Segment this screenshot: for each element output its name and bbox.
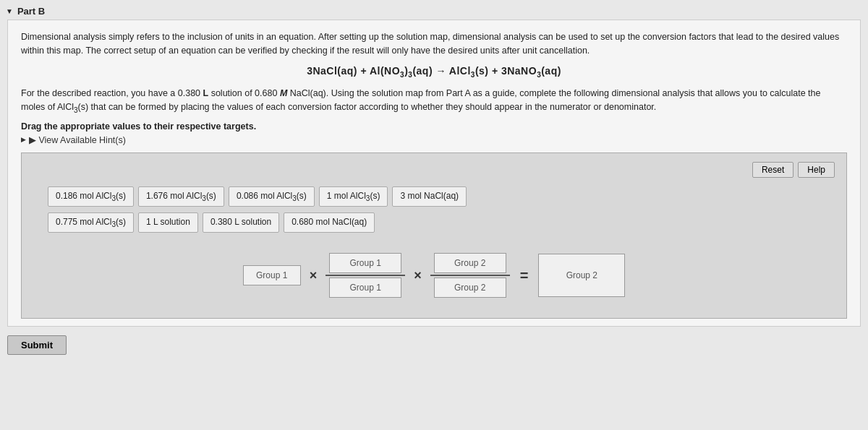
group1-divider (326, 275, 405, 276)
group1-denominator-slot[interactable]: Group 1 (329, 278, 401, 298)
group2-numerator-label: Group 2 (454, 258, 485, 268)
reset-button[interactable]: Reset (752, 162, 793, 178)
part-label: Part B (17, 6, 45, 17)
left-group-label: Group 1 (256, 270, 287, 280)
operator-2: × (414, 268, 422, 283)
result-group: Group 2 (538, 254, 625, 297)
instruction-text: For the described reaction, you have a 0… (21, 87, 847, 115)
drag-instruction: Drag the appropriate values to their res… (21, 121, 847, 132)
result-slot[interactable]: Group 2 (538, 254, 625, 297)
equals-sign: = (520, 267, 529, 284)
equation-area: Group 1 × Group 1 Group 1 × (33, 246, 835, 305)
tile-3mol-nacl[interactable]: 3 mol NaCl(aq) (392, 186, 467, 207)
interactive-box: Reset Help 0.186 mol AlCl3(s) 1.676 mol … (21, 152, 847, 319)
tile-1mol-alcl3[interactable]: 1 mol AlCl3(s) (319, 186, 388, 207)
hint-link[interactable]: ▶ ▶ View Available Hint(s) (21, 134, 847, 145)
tiles-row-1: 0.186 mol AlCl3(s) 1.676 mol AlCl3(s) 0.… (33, 186, 835, 207)
part-header: ▼ Part B (0, 0, 868, 20)
hint-label-text: ▶ View Available Hint(s) (29, 134, 126, 145)
result-label: Group 2 (566, 270, 597, 280)
group2-fraction: Group 2 Group 2 (430, 253, 510, 298)
content-area: Dimensional analysis simply refers to th… (7, 20, 861, 327)
tile-1L-solution[interactable]: 1 L solution (138, 212, 198, 233)
tile-0775-alcl3[interactable]: 0.775 mol AlCl3(s) (48, 212, 134, 233)
group2-divider (430, 275, 510, 276)
description-text: Dimensional analysis simply refers to th… (21, 30, 847, 58)
left-single-group: Group 1 (243, 265, 301, 285)
help-button[interactable]: Help (798, 162, 835, 178)
tile-0086-alcl3[interactable]: 0.086 mol AlCl3(s) (229, 186, 315, 207)
group1-fraction: Group 1 Group 1 (326, 253, 405, 298)
group2-denominator-slot[interactable]: Group 2 (434, 278, 506, 298)
collapse-icon[interactable]: ▼ (6, 7, 13, 15)
top-buttons: Reset Help (33, 162, 835, 178)
group1-denominator-label: Group 1 (349, 283, 380, 293)
page-container: ▼ Part B Dimensional analysis simply ref… (0, 0, 868, 359)
submit-button[interactable]: Submit (7, 335, 67, 355)
group2-denominator-label: Group 2 (454, 283, 485, 293)
left-group-slot[interactable]: Group 1 (243, 265, 301, 285)
tile-1676-alcl3[interactable]: 1.676 mol AlCl3(s) (138, 186, 224, 207)
operator-1: × (310, 268, 318, 283)
tiles-row-2: 0.775 mol AlCl3(s) 1 L solution 0.380 L … (33, 212, 835, 233)
tile-0380L-solution[interactable]: 0.380 L solution (203, 212, 279, 233)
group2-numerator-slot[interactable]: Group 2 (434, 253, 506, 273)
tile-0680-nacl[interactable]: 0.680 mol NaCl(aq) (284, 212, 375, 233)
group1-numerator-label: Group 1 (349, 258, 380, 268)
tile-0186-alcl3[interactable]: 0.186 mol AlCl3(s) (48, 186, 134, 207)
chemical-equation: 3NaCl(aq) + Al(NO3)3(aq) → AlCl3(s) + 3N… (21, 65, 847, 79)
group1-numerator-slot[interactable]: Group 1 (329, 253, 401, 273)
hint-triangle-icon: ▶ (21, 136, 26, 143)
description-line1: Dimensional analysis simply refers to th… (21, 32, 839, 56)
